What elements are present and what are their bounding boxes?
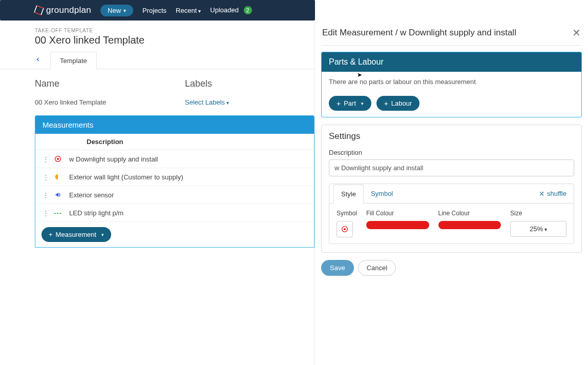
col-description: Description [35,134,314,150]
measurement-row[interactable]: ⋮ w Downlight supply and install [35,150,314,168]
measurement-row[interactable]: ⋮ --- LED strip light p/m [35,204,314,222]
save-button[interactable]: Save [321,260,354,276]
led-strip-icon: --- [53,208,63,218]
line-colour-label: Line Colour [438,210,501,217]
uploaded-badge: 2 [244,6,252,14]
navbar: groundplan New ▾ Projects Recent Uploade… [0,0,315,21]
line-colour-picker[interactable] [438,221,501,229]
add-labour-button[interactable]: + Labour [376,96,420,111]
row-description: Exterior sensor [69,191,307,199]
tab-style[interactable]: Style [333,185,364,204]
brand-text: groundplan [46,5,91,15]
add-measurement-button[interactable]: + Measurement [41,227,111,242]
measurements-card: Measurements Description ⋮ w Downlight s… [35,115,314,248]
description-input[interactable] [329,159,574,176]
left-pane: TAKE-OFF TEMPLATE 00 Xero linked Templat… [0,21,315,365]
shuffle-button[interactable]: ⤨ shuffle [539,190,566,197]
settings-header: Settings [329,131,574,141]
add-part-button[interactable]: + Part [329,96,371,111]
breadcrumb: TAKE-OFF TEMPLATE [35,28,314,33]
settings-section: Settings Description Style Symbol ⤨ shuf… [321,125,582,253]
measurement-row[interactable]: ⋮ Exterior sensor [35,186,314,204]
drag-handle-icon[interactable]: ⋮ [43,173,47,181]
logo-mark-icon [34,5,45,16]
row-description: w Downlight supply and install [69,155,307,163]
row-description: LED strip light p/m [69,209,307,217]
plus-icon: + [384,100,388,107]
name-label: Name [35,78,154,89]
nav-recent[interactable]: Recent [176,7,201,14]
chevron-down-icon: ▾ [123,8,126,13]
panel-title: Edit Measurement / w Downlight supply an… [322,28,516,38]
row-description: Exterior wall light (Customer to supply) [69,173,307,181]
close-button[interactable]: ✕ [572,27,581,39]
sensor-icon [53,190,63,200]
tab-symbol[interactable]: Symbol [364,185,400,202]
fill-colour-label: Fill Colour [366,210,429,217]
nav-uploaded[interactable]: Uploaded 2 [210,6,251,14]
back-button[interactable] [35,55,50,65]
symbol-label: Symbol [337,210,357,217]
new-button[interactable]: New ▾ [100,5,133,16]
brand-logo[interactable]: groundplan [35,5,91,15]
style-box: Style Symbol ⤨ shuffle Symbol [329,184,574,244]
labels-label: Labels [185,78,304,89]
plus-icon: + [337,100,341,107]
chevron-down-icon [197,7,201,14]
name-value: 00 Xero linked Template [35,98,154,106]
cancel-button[interactable]: Cancel [358,260,396,276]
select-labels-dropdown[interactable]: Select Labels [185,98,304,106]
svg-point-3 [344,228,346,230]
drag-handle-icon[interactable]: ⋮ [43,209,47,217]
shuffle-icon: ⤨ [539,190,544,197]
size-dropdown[interactable]: 25% [510,221,566,237]
fill-colour-picker[interactable] [366,221,429,229]
svg-point-1 [57,158,59,160]
tab-template[interactable]: Template [50,52,97,69]
parts-labour-header: Parts & Labour [322,52,581,72]
nav-projects[interactable]: Projects [142,7,166,14]
wall-light-icon [53,172,63,182]
page-title: 00 Xero linked Template [35,34,314,46]
measurement-row[interactable]: ⋮ Exterior wall light (Customer to suppl… [35,168,314,186]
size-label: Size [510,210,566,217]
downlight-icon [53,154,63,164]
drag-handle-icon[interactable]: ⋮ [43,155,47,163]
drag-handle-icon[interactable]: ⋮ [43,191,47,199]
parts-empty-message: There are no parts or labour on this mea… [329,78,574,86]
plus-icon: + [49,231,53,238]
tab-bar: Template [0,51,314,69]
edit-panel: Edit Measurement / w Downlight supply an… [315,21,588,365]
parts-labour-section: Parts & Labour There are no parts or lab… [321,52,582,117]
measurements-header: Measurements [35,116,314,134]
symbol-picker[interactable] [337,221,353,237]
description-label: Description [329,149,574,156]
